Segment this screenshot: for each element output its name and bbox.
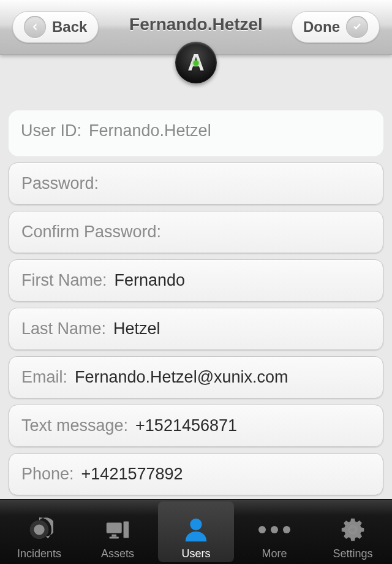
field-phone[interactable]: Phone: +1421577892: [9, 453, 383, 495]
email-value: Fernando.Hetzel@xunix.com: [75, 368, 288, 387]
user-id-value: Fernando.Hetzel: [89, 121, 211, 140]
tab-incidents[interactable]: Incidents: [0, 500, 78, 564]
svg-rect-5: [124, 522, 129, 538]
svg-rect-2: [107, 523, 122, 533]
settings-icon: [337, 514, 368, 545]
password-label: Password:: [21, 174, 99, 193]
field-first-name[interactable]: First Name: Fernando: [9, 259, 383, 302]
svg-point-1: [34, 524, 44, 535]
done-button[interactable]: Done: [292, 11, 380, 43]
chevron-left-icon: [24, 16, 46, 38]
first-name-value: Fernando: [115, 271, 186, 290]
confirm-password-label: Confirm Password:: [21, 223, 161, 242]
checkmark-icon: [346, 16, 368, 38]
field-email[interactable]: Email: Fernando.Hetzel@xunix.com: [9, 356, 383, 398]
back-button-label: Back: [52, 18, 87, 36]
last-name-value: Hetzel: [113, 319, 160, 338]
more-icon: [259, 514, 290, 545]
field-confirm-password[interactable]: Confirm Password:: [9, 211, 383, 253]
svg-point-6: [190, 519, 202, 530]
phone-label: Phone:: [21, 465, 74, 484]
tab-more[interactable]: More: [235, 500, 314, 564]
field-user-id[interactable]: User ID: Fernando.Hetzel: [9, 110, 383, 156]
last-name-label: Last Name:: [21, 319, 106, 338]
tab-settings-label: Settings: [333, 547, 372, 560]
svg-rect-4: [110, 537, 119, 539]
text-message-label: Text message:: [21, 416, 128, 435]
tab-assets[interactable]: Assets: [78, 500, 157, 564]
form-content: User ID: Fernando.Hetzel Password: Confi…: [0, 55, 392, 499]
done-button-label: Done: [303, 18, 340, 36]
tab-more-label: More: [262, 547, 287, 560]
user-id-label: User ID:: [21, 121, 81, 140]
header: Back Fernando.Hetzel Done: [0, 0, 392, 55]
field-password[interactable]: Password:: [9, 162, 383, 205]
tab-users[interactable]: Users: [157, 500, 235, 564]
field-text-message[interactable]: Text message: +1521456871: [9, 405, 383, 447]
svg-rect-3: [111, 535, 116, 537]
tabbar: Incidents Assets Users More: [0, 499, 392, 564]
tab-settings[interactable]: Settings: [314, 500, 392, 564]
back-button[interactable]: Back: [12, 11, 99, 43]
text-message-value: +1521456871: [135, 416, 237, 435]
phone-value: +1421577892: [81, 465, 183, 484]
tab-incidents-label: Incidents: [17, 547, 61, 560]
first-name-label: First Name:: [21, 271, 107, 290]
app-logo: [175, 42, 217, 83]
assets-icon: [102, 514, 133, 545]
incidents-icon: [24, 514, 55, 545]
tab-assets-label: Assets: [101, 547, 134, 560]
tab-users-label: Users: [181, 547, 210, 560]
email-label: Email:: [21, 368, 67, 387]
users-icon: [181, 514, 211, 545]
field-last-name[interactable]: Last Name: Hetzel: [9, 308, 383, 350]
